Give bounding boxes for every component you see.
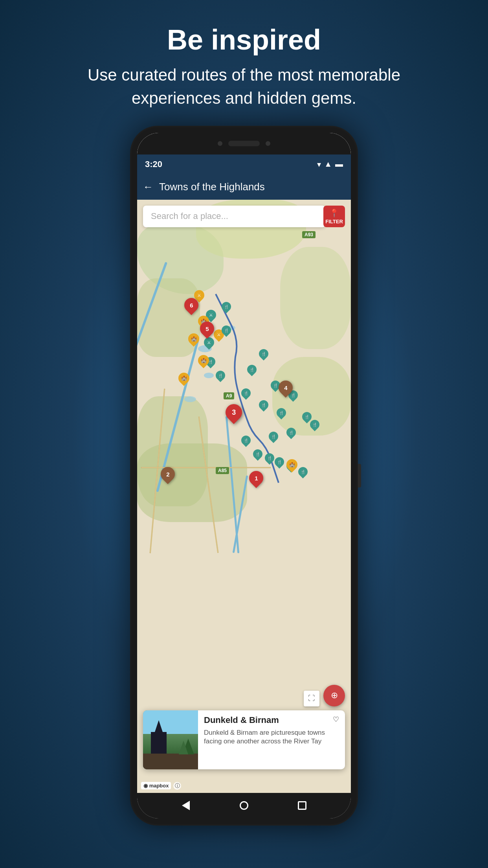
signal-icon: ▲	[324, 160, 332, 169]
mapbox-text: mapbox	[149, 783, 169, 789]
camera	[218, 141, 222, 146]
restaurant-nearby-1[interactable]: 🍴	[241, 388, 251, 398]
lake-2	[204, 373, 214, 378]
church-building	[151, 732, 167, 754]
tour-pin-3[interactable]: 3	[226, 404, 242, 421]
mapbox-icon: ◉	[143, 783, 148, 789]
road-label-a9: A9	[224, 392, 234, 399]
restaurant-pin-17[interactable]: 🍴	[265, 453, 274, 463]
back-button[interactable]: ←	[143, 181, 153, 193]
status-bar: 3:20 ▾ ▲ ▬	[137, 154, 351, 174]
nav-back-icon	[182, 801, 190, 810]
status-time: 3:20	[145, 159, 162, 169]
speaker	[228, 141, 260, 146]
tour-pin-5[interactable]: 5	[200, 322, 214, 336]
map-info-button[interactable]: ⓘ	[173, 782, 181, 790]
castle-pin-2[interactable]: 🏰	[188, 333, 199, 344]
tour-pin-2[interactable]: 2	[161, 467, 175, 481]
search-placeholder: Search for a place...	[151, 211, 228, 221]
my-location-button[interactable]: ⊕	[323, 685, 345, 706]
battery-icon: ▬	[335, 160, 343, 169]
tour-pin-4[interactable]: 4	[279, 381, 293, 395]
restaurant-pin-11[interactable]: 🍴	[269, 432, 278, 441]
mapbox-logo: ◉ mapbox	[141, 782, 171, 789]
phone-nav-bar	[137, 793, 351, 818]
restaurant-pin-2[interactable]: 🍴	[222, 326, 231, 335]
filter-label: FILTER	[325, 219, 343, 224]
nav-home-icon	[240, 801, 248, 810]
restaurant-pin-14[interactable]: 🍴	[259, 349, 268, 359]
poi-pin-5[interactable]: ⚔	[204, 337, 214, 348]
restaurant-pin-8[interactable]: 🍴	[277, 408, 286, 417]
castle-pin-5[interactable]: 🏰	[286, 459, 297, 470]
restaurant-pin-12[interactable]: 🍴	[310, 420, 319, 429]
side-button	[358, 464, 361, 487]
restaurant-pin-18[interactable]: 🍴	[275, 457, 284, 467]
church-spire	[155, 720, 163, 732]
expand-icon: ⛶	[308, 694, 315, 702]
restaurant-pin-1[interactable]: 🍴	[222, 302, 231, 311]
status-icons: ▾ ▲ ▬	[317, 160, 343, 169]
location-icon: ⊕	[331, 690, 338, 701]
hero-header: Be inspired Use curated routes of the mo…	[87, 24, 401, 110]
tour-pin-1[interactable]: 1	[249, 471, 263, 485]
place-description: Dunkeld & Birnam are picturesque towns f…	[204, 728, 339, 746]
phone-frame: 3:20 ▾ ▲ ▬ ← Towns of the Highlands	[130, 126, 358, 826]
app-header: ← Towns of the Highlands	[137, 174, 351, 200]
nav-home-button[interactable]	[237, 799, 251, 813]
restaurant-pin-10[interactable]: 🍴	[286, 428, 296, 437]
sensor	[266, 141, 270, 146]
restaurant-pin-4[interactable]: 🍴	[216, 371, 225, 380]
church-body	[151, 732, 167, 754]
favorite-button[interactable]: ♡	[330, 714, 342, 725]
fullscreen-button[interactable]: ⛶	[304, 691, 319, 706]
restaurant-pin-13[interactable]: 🍴	[247, 365, 257, 374]
nav-recent-icon	[298, 801, 306, 810]
tree-2	[179, 741, 188, 754]
road-foreground	[143, 754, 198, 769]
nav-back-button[interactable]	[179, 799, 193, 813]
restaurant-pin-7[interactable]: 🍴	[259, 400, 268, 410]
road-label-a85: A85	[216, 467, 229, 474]
card-thumbnail	[143, 710, 198, 769]
road-label-a93: A93	[302, 231, 316, 238]
hero-subtitle: Use curated routes of the most memorable…	[87, 64, 401, 110]
card-content: Dunkeld & Birnam Dunkeld & Birnam are pi…	[198, 710, 345, 769]
nav-recent-button[interactable]	[295, 799, 309, 813]
castle-pin-4[interactable]: 🏰	[178, 373, 189, 384]
tour-pin-6[interactable]: 6	[184, 298, 198, 312]
filter-pin-icon: 📍	[329, 208, 339, 218]
wifi-icon: ▾	[317, 160, 321, 169]
restaurant-pin-20[interactable]: 🍴	[298, 467, 308, 476]
map-container[interactable]: A93 A9 A85 ⚔ ⚔ ⚔	[137, 200, 351, 793]
restaurant-pin-15[interactable]: 🍴	[241, 436, 251, 445]
castle-pin-3[interactable]: 🏰	[198, 355, 209, 366]
phone-bezel-top	[137, 133, 351, 154]
search-bar[interactable]: Search for a place...	[143, 206, 325, 227]
terrain-green-4	[280, 247, 351, 349]
filter-button[interactable]: 📍 FILTER	[323, 206, 345, 227]
phone-screen: 3:20 ▾ ▲ ▬ ← Towns of the Highlands	[137, 133, 351, 818]
screen-title: Towns of the Highlands	[159, 181, 265, 193]
mapbox-attribution: ◉ mapbox ⓘ	[141, 782, 181, 790]
lake-4	[184, 396, 196, 402]
place-name: Dunkeld & Birnam	[204, 715, 339, 725]
hero-title: Be inspired	[87, 24, 401, 56]
restaurant-pin-16[interactable]: 🍴	[253, 449, 262, 459]
place-info-card[interactable]: ♡ Dunkeld & Birnam Dunkeld & Birnam are …	[143, 710, 345, 769]
